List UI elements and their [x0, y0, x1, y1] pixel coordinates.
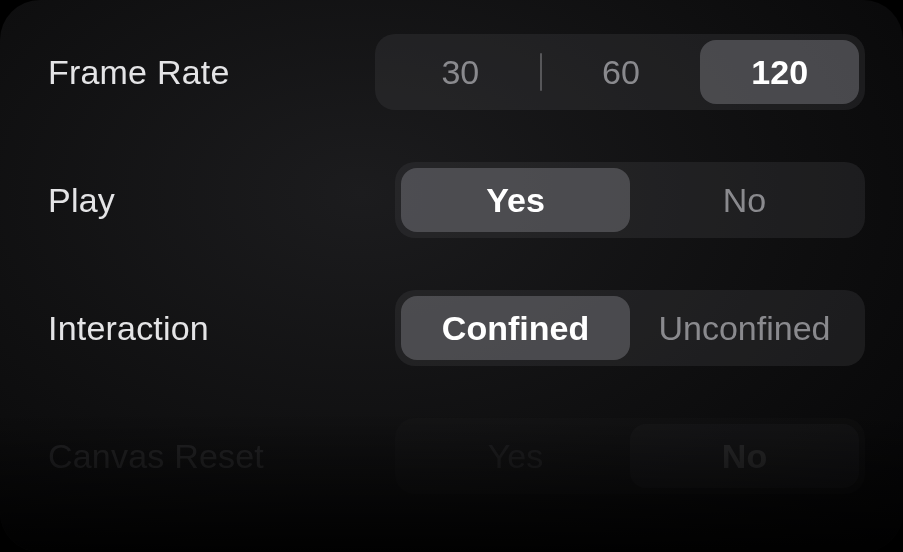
settings-panel: Frame Rate 30 60 120 Play Yes No Interac…	[0, 0, 903, 552]
play-option-no[interactable]: No	[630, 168, 859, 232]
interaction-segmented-control: Confined Unconfined	[395, 290, 865, 366]
interaction-row: Interaction Confined Unconfined	[48, 290, 865, 366]
frame-rate-option-30[interactable]: 30	[381, 40, 540, 104]
frame-rate-option-60[interactable]: 60	[542, 40, 701, 104]
canvas-reset-segmented-control: Yes No	[395, 418, 865, 494]
canvas-reset-row: Canvas Reset Yes No	[48, 418, 865, 494]
interaction-option-unconfined[interactable]: Unconfined	[630, 296, 859, 360]
canvas-reset-option-yes[interactable]: Yes	[401, 424, 630, 488]
frame-rate-row: Frame Rate 30 60 120	[48, 34, 865, 110]
interaction-option-confined[interactable]: Confined	[401, 296, 630, 360]
canvas-reset-option-no[interactable]: No	[630, 424, 859, 488]
play-label: Play	[48, 181, 115, 220]
play-segmented-control: Yes No	[395, 162, 865, 238]
frame-rate-option-120[interactable]: 120	[700, 40, 859, 104]
interaction-label: Interaction	[48, 309, 209, 348]
play-row: Play Yes No	[48, 162, 865, 238]
canvas-reset-label: Canvas Reset	[48, 437, 264, 476]
frame-rate-label: Frame Rate	[48, 53, 230, 92]
frame-rate-segmented-control: 30 60 120	[375, 34, 865, 110]
play-option-yes[interactable]: Yes	[401, 168, 630, 232]
